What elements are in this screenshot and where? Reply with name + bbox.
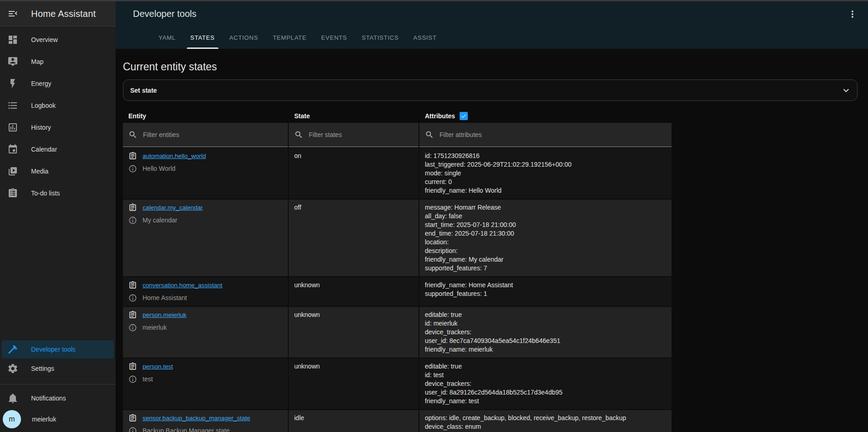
sidebar-item-label: Overview: [31, 36, 58, 43]
attributes-cell: friendly_name: Home Assistantsupported_f…: [419, 277, 672, 306]
table-row: conversation.home_assistant Home Assista…: [123, 277, 857, 306]
content: Current entity states Set state Entity S…: [116, 49, 868, 432]
search-icon: [294, 130, 303, 139]
state-value: unknown: [289, 358, 418, 409]
sidebar-item-to-do-lists[interactable]: To-do lists: [0, 182, 116, 204]
chevron-down-icon[interactable]: [841, 85, 852, 96]
tab-bar: YAMLSTATESACTIONSTEMPLATEEVENTSSTATISTIC…: [116, 26, 868, 49]
sidebar-bottom: Developer tools Settings Notifications m…: [0, 339, 116, 432]
attribute-line: end_time: 2025-07-18 21:30:00: [425, 229, 666, 238]
table-row: calendar.my_calendar My calendar off mes…: [123, 200, 857, 276]
set-state-expander[interactable]: Set state: [123, 79, 857, 101]
info-icon[interactable]: [128, 216, 137, 225]
tab-actions[interactable]: ACTIONS: [222, 26, 265, 49]
sidebar-item-label: History: [31, 124, 51, 131]
table-body: automation.hello_world Hello World on id…: [123, 148, 857, 432]
table-row: person.meierluk meierluk unknown editabl…: [123, 307, 857, 358]
state-value: unknown: [289, 307, 418, 358]
sidebar-item-logbook[interactable]: Logbook: [0, 95, 116, 116]
sidebar-item-media[interactable]: Media: [0, 160, 116, 182]
sidebar-item-label: Settings: [31, 365, 54, 372]
entity-cell: conversation.home_assistant Home Assista…: [123, 277, 288, 306]
info-icon[interactable]: [128, 294, 137, 302]
attribute-line: id: meierluk: [425, 319, 666, 328]
state-filter[interactable]: [289, 123, 418, 147]
clipboard-list-icon: [7, 188, 18, 199]
entity-cell: automation.hello_world Hello World: [123, 148, 288, 199]
table-row: sensor.backup_backup_manager_state Backu…: [123, 410, 857, 432]
attributes-filter[interactable]: [419, 123, 672, 147]
sidebar-item-label: Energy: [31, 80, 51, 87]
sidebar-item-calendar[interactable]: Calendar: [0, 138, 116, 160]
copy-entity-id-icon[interactable]: [128, 362, 137, 371]
sidebar-item-overview[interactable]: Overview: [0, 29, 116, 51]
entity-link[interactable]: sensor.backup_backup_manager_state: [143, 414, 250, 422]
attributes-cell: options: idle, create_backup, blocked, r…: [419, 410, 672, 432]
state-value: unknown: [289, 277, 418, 306]
attribute-line: friendly_name: Home Assistant: [425, 281, 666, 290]
page-title: Developer tools: [133, 9, 196, 19]
table-header: Entity State Attributes: [123, 110, 857, 123]
avatar: m: [3, 410, 21, 428]
filter-attributes-input[interactable]: [439, 131, 666, 138]
attributes-checkbox[interactable]: [460, 112, 468, 120]
attribute-line: device_class: enum: [425, 422, 666, 431]
overflow-menu-icon[interactable]: [847, 9, 858, 20]
info-icon[interactable]: [128, 164, 137, 173]
copy-entity-id-icon[interactable]: [128, 311, 137, 319]
entity-filter[interactable]: [123, 123, 288, 147]
page: Home Assistant Overview Map Energy Logbo…: [0, 0, 868, 432]
state-value: off: [289, 200, 418, 276]
tab-events[interactable]: EVENTS: [314, 26, 355, 49]
sidebar-item-developer-tools[interactable]: Developer tools: [2, 340, 114, 358]
sidebar-item-history[interactable]: History: [0, 116, 116, 138]
entity-link[interactable]: person.meierluk: [143, 311, 186, 319]
tab-yaml[interactable]: YAML: [151, 26, 183, 49]
entity-link[interactable]: calendar.my_calendar: [143, 203, 203, 212]
info-icon[interactable]: [128, 427, 137, 432]
state-value: on: [289, 148, 418, 199]
attribute-line: friendly_name: My calendar: [425, 255, 666, 264]
tab-statistics[interactable]: STATISTICS: [355, 26, 406, 49]
info-icon[interactable]: [128, 375, 137, 384]
filter-states-input[interactable]: [309, 131, 413, 138]
entity-friendly-name: test: [143, 375, 153, 384]
attribute-line: all_day: false: [425, 212, 666, 221]
tab-template[interactable]: TEMPLATE: [265, 26, 314, 49]
copy-entity-id-icon[interactable]: [128, 203, 137, 212]
attribute-line: location:: [425, 238, 666, 247]
copy-entity-id-icon[interactable]: [128, 414, 137, 422]
sidebar-item-notifications[interactable]: Notifications: [2, 389, 114, 407]
sidebar-item-settings[interactable]: Settings: [2, 359, 114, 378]
attributes-cell: editable: trueid: testdevice_trackers:us…: [419, 358, 672, 409]
menu-toggle-icon[interactable]: [7, 8, 18, 19]
column-header-attributes: Attributes: [419, 110, 672, 123]
entity-link[interactable]: conversation.home_assistant: [143, 281, 222, 290]
tab-assist[interactable]: ASSIST: [406, 26, 444, 49]
sidebar-item-label: Map: [31, 58, 43, 65]
sidebar-item-map[interactable]: Map: [0, 51, 116, 73]
info-icon[interactable]: [128, 323, 137, 332]
attribute-line: supported_features: 7: [425, 264, 666, 273]
sidebar-item-energy[interactable]: Energy: [0, 73, 116, 95]
tooltip-account-icon: [7, 56, 18, 67]
sidebar-item-label: Media: [31, 168, 48, 175]
search-icon: [128, 130, 138, 139]
app-title: Home Assistant: [31, 9, 96, 19]
attribute-line: friendly_name: Hello World: [425, 186, 666, 195]
copy-entity-id-icon[interactable]: [128, 152, 137, 160]
attribute-line: editable: true: [425, 362, 666, 371]
entity-link[interactable]: person.test: [143, 362, 173, 371]
attribute-line: mode: single: [425, 169, 666, 178]
filter-entities-input[interactable]: [143, 131, 282, 138]
bell-icon: [7, 393, 18, 404]
copy-entity-id-icon[interactable]: [128, 281, 137, 290]
entity-friendly-name: meierluk: [143, 323, 167, 332]
calendar-icon: [7, 144, 18, 155]
filter-row: [123, 123, 857, 147]
attribute-line: id: test: [425, 371, 666, 379]
entity-link[interactable]: automation.hello_world: [143, 152, 206, 160]
tab-states[interactable]: STATES: [183, 26, 222, 49]
sidebar-user[interactable]: m meierluk: [3, 409, 114, 429]
format-list-bulleted-icon: [7, 100, 18, 111]
